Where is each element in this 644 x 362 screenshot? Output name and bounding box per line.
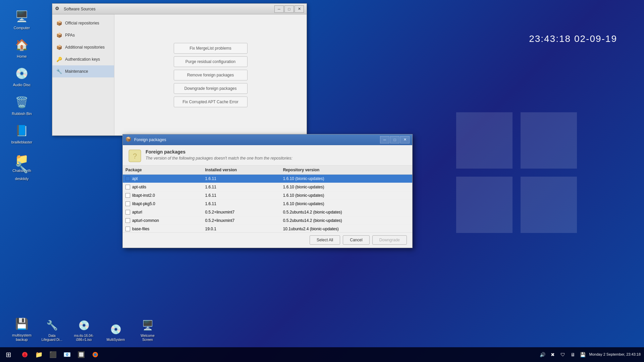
package-row-libapt-inst2[interactable]: libapt-inst2.01.6.111.6.10 (bionic-updat… [123,191,412,200]
tray-network[interactable]: 🔊 [539,351,546,358]
close-button[interactable]: ✕ [294,5,304,13]
taskbar-app-firefox[interactable] [89,348,102,361]
foreign-minimize-button[interactable]: ─ [380,136,389,143]
maximize-button[interactable]: □ [284,5,294,13]
select-all-button[interactable]: Select All [310,235,340,245]
taskbar-app-vivaldi[interactable] [18,348,32,361]
fix-apt-cache-button[interactable]: Fix Corrupted APT Cache Error [174,97,248,107]
pkg-installed-libapt-pkg5: 1.6.11 [203,200,280,208]
desktop-icon-welcome-screen[interactable]: 🖥️ WelcomeScreen [132,315,163,344]
package-row-libapt-pkg5[interactable]: libapt-pkg5.01.6.111.6.10 (bionic-update… [123,200,412,208]
purge-residual-button[interactable]: Purge residual configuration [174,56,248,67]
foreign-packages-header: ? Foreign packages The version of the fo… [123,145,412,166]
pkg-name-text-libapt-pkg5: libapt-pkg5.0 [132,201,155,206]
taskbar-app-terminal[interactable]: ⬛ [46,348,60,361]
pkg-installed-libapt-inst2: 1.6.11 [203,191,280,200]
ms-its-icon: 💿 [76,317,92,333]
pkg-checkbox-apt-utils[interactable] [125,185,130,189]
pkg-checkbox-apturl[interactable] [125,210,130,215]
rubbish-bin-label: Rubbish Bin [12,112,32,116]
taskbar-app-outlook[interactable]: 📧 [60,348,74,361]
pkg-name-text-apturl-common: apturl-common [132,218,159,223]
downgrade-foreign-button[interactable]: Downgrade foreign packages [174,83,248,94]
foreign-maximize-button[interactable]: □ [390,136,399,143]
minimize-button[interactable]: ─ [274,5,284,13]
pkg-checkbox-libapt-inst2[interactable] [125,193,130,198]
foreign-close-button[interactable]: ✕ [400,136,410,143]
desktop-icon-multisystem-backup[interactable]: 💾 multisystembackup [7,314,37,344]
software-sources-sidebar: 📦 Official repositories 📦 PPAs 📦 Additio… [52,14,114,135]
auth-keys-icon: 🔑 [56,56,62,63]
software-sources-main: Fix MergeList problems Purge residual co… [114,14,307,135]
taskbar-right: 🔊 ✖ 🛡 🖥 💾 Monday 2 September, 23:43:18 [539,347,644,362]
pkg-repository-apt: 1.6.10 (bionic-updates) [280,175,412,183]
pkg-installed-apturl: 0.5.2+linuxmint7 [203,208,280,217]
sidebar-item-additional[interactable]: 📦 Additional repositories [52,41,114,53]
taskbar-app-5[interactable]: 🔲 [74,348,88,361]
col-installed: Installed version [203,166,280,175]
desktop-icons-column: 🖥️ Computer 🏠 Home 💿 Audio Disc 🗑️ Rubbi… [7,7,37,175]
official-label: Official repositories [65,21,99,25]
home-icon: 🏠 [14,37,30,53]
desktop-icon-ms-its[interactable]: 💿 ms-its-16.04-i386-r1.iso [69,315,99,344]
downgrade-button[interactable]: Downgrade [372,235,407,245]
additional-icon: 📦 [56,44,62,51]
software-sources-window-icon: ⚙ [55,6,62,12]
win-logo-watermark [416,0,617,345]
tray-monitor[interactable]: 🖥 [569,351,577,358]
desktop-icon-brailleblaster[interactable]: 📘 brailleblaster [7,121,37,146]
svg-rect-1 [521,112,577,169]
package-table-container[interactable]: Package Installed version Repository ver… [123,166,412,233]
pkg-repository-apturl-common: 0.5.2ubuntu14.2 (bionic-updates) [280,217,412,225]
pkg-name-apt-utils: apt-utils [123,183,203,191]
cancel-button[interactable]: Cancel [343,235,369,245]
start-button[interactable]: ⊞ [0,347,17,362]
sidebar-item-auth-keys[interactable]: 🔑 Authentication keys [52,53,114,65]
desktop-icon-desktidy[interactable]: 🔧 desktidy [7,158,37,183]
pkg-repository-libapt-pkg5: 1.6.10 (bionic-updates) [280,200,412,208]
rubbish-bin-icon: 🗑️ [14,94,30,110]
desktop-icon-rubbish-bin[interactable]: 🗑️ Rubbish Bin [7,93,37,118]
maintenance-label: Maintenance [65,69,88,74]
desktidy-icon: 🔧 [14,159,30,175]
desktop-icon-audio-disc[interactable]: 💿 Audio Disc [7,64,37,89]
tray-shield[interactable]: 🛡 [559,351,567,358]
package-row-apt-utils[interactable]: apt-utils1.6.111.6.10 (bionic-updates) [123,183,412,191]
desktidy-label: desktidy [15,177,29,181]
tray-volume[interactable]: ✖ [549,351,556,358]
sidebar-item-ppas[interactable]: 📦 PPAs [52,29,114,41]
pkg-installed-apt: 1.6.11 [203,175,280,183]
package-row-apturl[interactable]: apturl0.5.2+linuxmint70.5.2ubuntu14.2 (b… [123,208,412,217]
desktop-icon-multisystem[interactable]: 💿 MultiSystem [101,319,131,344]
svg-rect-2 [456,177,513,233]
taskbar-app-files[interactable]: 📁 [32,348,46,361]
computer-label: Computer [14,26,30,30]
ppas-label: PPAs [65,33,75,38]
svg-rect-0 [456,112,513,169]
desktop-icon-computer[interactable]: 🖥️ Computer [7,7,37,32]
package-row-apturl-common[interactable]: apturl-common0.5.2+linuxmint70.5.2ubuntu… [123,217,412,225]
desktop-icon-home[interactable]: 🏠 Home [7,35,37,60]
pkg-checkbox-apt[interactable] [125,176,130,181]
pkg-name-text-base-files: base-files [132,227,149,231]
pkg-name-libapt-inst2: libapt-inst2.0 [123,191,203,200]
software-sources-window: ⚙ Software Sources ─ □ ✕ 📦 Official repo… [52,3,307,136]
pkg-repository-libapt-inst2: 1.6.10 (bionic-updates) [280,191,412,200]
package-row-base-files[interactable]: base-files19.0.110.1ubuntu2.4 (bionic-up… [123,225,412,233]
package-row-apt[interactable]: apt1.6.111.6.10 (bionic-updates) [123,175,412,183]
desktop-icon-data-lifeguard[interactable]: 🔧 DataLifeguard Di... [37,315,67,344]
foreign-packages-title: Foreign packages [134,137,379,142]
svg-rect-3 [521,177,577,233]
brailleblaster-icon: 📘 [14,123,30,139]
sidebar-item-maintenance[interactable]: 🔧 Maintenance [52,65,114,77]
pkg-checkbox-apturl-common[interactable] [125,218,130,223]
sidebar-item-official[interactable]: 📦 Official repositories [52,17,114,29]
fix-mergelist-button[interactable]: Fix MergeList problems [174,43,248,54]
audio-disc-icon: 💿 [14,65,30,81]
tray-disk[interactable]: 💾 [579,351,587,358]
pkg-checkbox-base-files[interactable] [125,227,130,231]
pkg-checkbox-libapt-pkg5[interactable] [125,201,130,206]
remove-foreign-button[interactable]: Remove foreign packages [174,70,248,80]
software-sources-body: 📦 Official repositories 📦 PPAs 📦 Additio… [52,14,307,135]
ppas-icon: 📦 [56,32,62,39]
